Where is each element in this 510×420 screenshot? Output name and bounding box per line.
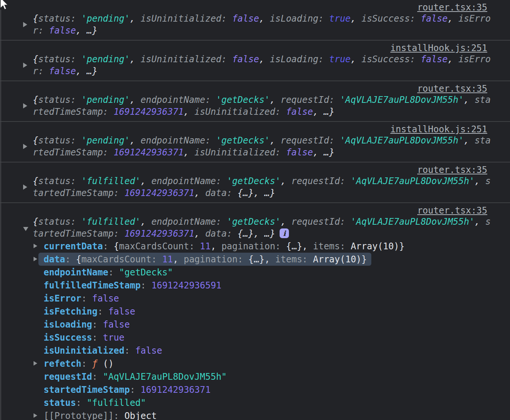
property-key: isErro	[459, 54, 491, 64]
property-key: data:	[205, 228, 237, 239]
property-row-isfetching[interactable]: isFetching: false	[33, 305, 510, 318]
punctuation: ,	[270, 95, 281, 105]
punctuation: ,	[194, 188, 205, 198]
property-key: requestId:	[281, 95, 340, 105]
property-row-endpointname[interactable]: endpointName: "getDecks"	[33, 266, 510, 279]
property-key: items:	[275, 254, 313, 265]
property-row-issuccess[interactable]: isSuccess: true	[33, 331, 510, 344]
colon: :	[98, 306, 108, 317]
punctuation: {…},	[286, 241, 313, 252]
value-text: ()	[98, 359, 114, 369]
property-key: requestId:	[292, 217, 351, 227]
object-preview[interactable]: {status: 'fulfilled', endpointName: 'get…	[0, 216, 510, 240]
source-link[interactable]: router.tsx:35	[417, 2, 487, 13]
evaluated-info-icon[interactable]: i	[280, 228, 289, 238]
string-value: 'fulfilled'	[81, 176, 141, 186]
string-value: 'getDecks'	[216, 95, 270, 105]
object-preview[interactable]: {status: 'fulfilled', endpointName: 'get…	[0, 175, 510, 199]
property-key: isLoading:	[270, 54, 329, 64]
property-row-currentdata[interactable]: currentData: {maxCardsCount: 11, paginat…	[33, 240, 510, 253]
property-row-prototype[interactable]: [[Prototype]]: Object	[33, 409, 510, 420]
property-name: refetch	[44, 359, 81, 369]
property-row-startedtimestamp[interactable]: startedTimeStamp: 1691242936371	[33, 383, 510, 396]
property-name: endpointName	[44, 267, 108, 278]
property-key: requestId:	[281, 135, 340, 146]
colon: :	[65, 254, 76, 265]
preview-line: {status: 'fulfilled', endpointName: 'get…	[33, 175, 510, 187]
property-key: items:	[313, 241, 351, 252]
property-row-data[interactable]: data: {maxCardsCount: 11, pagination: {……	[33, 253, 510, 266]
boolean-value: false	[286, 107, 313, 117]
object-preview[interactable]: {status: 'pending', isUninitialized: fal…	[0, 13, 510, 37]
preview-line: {status: 'pending', isUninitialized: fal…	[33, 13, 510, 25]
value-text: Array(10)	[351, 241, 399, 252]
colon: :	[92, 319, 103, 330]
property-name: currentData	[44, 241, 103, 252]
punctuation: ,	[194, 228, 205, 239]
expand-arrow-icon[interactable]	[34, 244, 37, 248]
string-value: 'getDecks'	[227, 176, 281, 186]
string-value: 'pending'	[81, 13, 130, 24]
boolean-value: false	[232, 54, 259, 64]
punctuation: ,	[464, 135, 475, 146]
property-row-iserror[interactable]: isError: false	[33, 292, 510, 305]
value-text: Array(10)	[313, 254, 362, 265]
property-name: data	[44, 254, 65, 265]
source-link[interactable]: router.tsx:35	[417, 205, 487, 216]
boolean-value: true	[329, 54, 351, 64]
string-value: 'AqVLAJE7auPL8DovJM55h'	[340, 95, 464, 105]
property-name: startedTimeStamp	[44, 385, 130, 395]
property-name: isFetching	[44, 306, 98, 317]
property-row-fulfilledtimestamp[interactable]: fulfilledTimeStamp: 1691242936591	[33, 279, 510, 292]
colon: :	[92, 372, 103, 382]
boolean-value: false	[135, 345, 162, 356]
punctuation: ,	[475, 176, 485, 186]
property-key: isLoading:	[270, 13, 329, 24]
expand-arrow-icon[interactable]	[34, 413, 37, 418]
punctuation: {	[33, 176, 38, 186]
property-row-isloading[interactable]: isLoading: false	[33, 318, 510, 331]
arrow-slot	[33, 370, 44, 383]
property-row-refetch[interactable]: refetch: ƒ ()	[33, 357, 510, 370]
source-link[interactable]: router.tsx:35	[417, 83, 487, 94]
property-key: requestId:	[292, 176, 351, 186]
property-row-requestid[interactable]: requestId: "AqVLAJE7auPL8DovJM55h"	[33, 370, 510, 383]
entry-header: router.tsx:35	[0, 2, 510, 13]
console-entry: router.tsx:35{status: 'fulfilled', endpo…	[0, 203, 510, 420]
expand-arrow-icon[interactable]	[34, 361, 37, 366]
string-value: 'getDecks'	[227, 217, 281, 227]
object-preview[interactable]: {status: 'pending', isUninitialized: fal…	[0, 53, 510, 77]
number-value: 1691242936371	[141, 385, 211, 395]
property-key: isUninitialized:	[195, 147, 286, 158]
object-preview[interactable]: {status: 'pending', endpointName: 'getDe…	[0, 94, 510, 118]
source-link[interactable]: installHook.js:251	[390, 124, 487, 135]
string-value: "getDecks"	[119, 267, 173, 278]
property-name: isError	[44, 293, 81, 304]
punctuation: ,	[184, 147, 195, 158]
punctuation: , …}	[76, 25, 98, 36]
arrow-slot	[33, 357, 44, 370]
string-value: 'AqVLAJE7auPL8DovJM55h'	[351, 217, 475, 227]
string-value: 'getDecks'	[216, 135, 270, 146]
punctuation: {	[114, 241, 119, 252]
punctuation: ,	[130, 54, 141, 64]
string-value: 'AqVLAJE7auPL8DovJM55h'	[340, 135, 464, 146]
punctuation: {…}, …}	[237, 228, 275, 239]
expand-arrow-icon[interactable]	[34, 257, 37, 261]
property-key: status:	[38, 54, 81, 64]
colon: :	[130, 385, 141, 395]
property-key: isUninitialized:	[195, 107, 286, 117]
mouse-cursor-icon	[0, 0, 9, 12]
property-name: isLoading	[44, 319, 92, 330]
property-key: isErro	[459, 13, 491, 24]
property-key: r:	[33, 25, 49, 36]
source-link[interactable]: installHook.js:251	[390, 43, 487, 53]
source-link[interactable]: router.tsx:35	[417, 165, 487, 175]
property-key: pagination:	[184, 254, 248, 265]
property-name: requestId	[44, 372, 92, 382]
property-row-isuninitialized[interactable]: isUninitialized: false	[33, 344, 510, 357]
object-preview[interactable]: {status: 'pending', endpointName: 'getDe…	[0, 135, 510, 158]
property-row-status[interactable]: status: "fulfilled"	[33, 396, 510, 409]
punctuation: {	[33, 13, 38, 24]
punctuation: ,	[184, 107, 195, 117]
